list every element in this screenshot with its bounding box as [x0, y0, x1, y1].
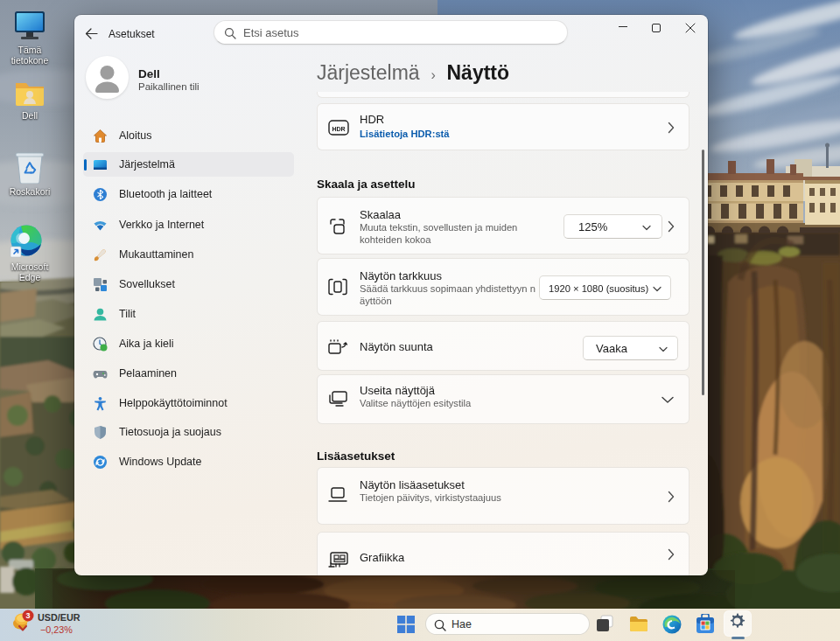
svg-text:3: 3	[25, 611, 30, 620]
svg-text:HDR: HDR	[332, 126, 345, 132]
